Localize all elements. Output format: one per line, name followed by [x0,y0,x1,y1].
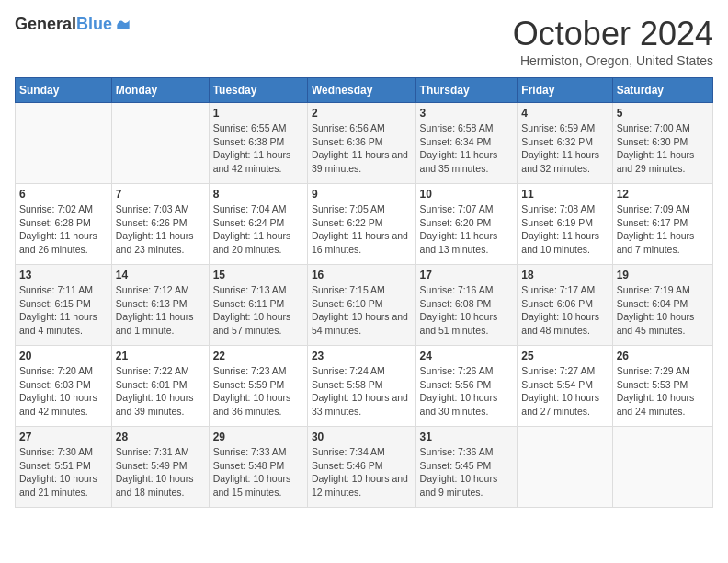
day-number: 26 [617,350,709,362]
calendar-header-friday: Friday [518,78,612,103]
day-info: Sunrise: 7:31 AMSunset: 5:49 PMDaylight:… [116,445,205,500]
day-info: Sunrise: 7:04 AMSunset: 6:24 PMDaylight:… [213,202,303,257]
day-info: Sunrise: 6:56 AMSunset: 6:36 PMDaylight:… [312,121,412,176]
calendar-cell: 11Sunrise: 7:08 AMSunset: 6:19 PMDayligh… [518,184,612,265]
day-number: 11 [521,188,608,201]
day-number: 9 [312,188,412,201]
calendar-cell [111,103,209,184]
calendar-cell: 5Sunrise: 7:00 AMSunset: 6:30 PMDaylight… [612,103,712,184]
day-number: 13 [19,269,108,282]
calendar-cell: 8Sunrise: 7:04 AMSunset: 6:24 PMDaylight… [209,184,307,265]
day-info: Sunrise: 7:02 AMSunset: 6:28 PMDaylight:… [19,202,108,257]
day-number: 8 [213,188,303,201]
day-info: Sunrise: 7:16 AMSunset: 6:08 PMDaylight:… [420,283,514,338]
day-number: 1 [213,107,303,120]
calendar-header-wednesday: Wednesday [307,78,415,103]
calendar-cell: 26Sunrise: 7:29 AMSunset: 5:53 PMDayligh… [612,346,712,427]
day-number: 31 [420,431,514,443]
page-title: October 2024 [513,15,713,53]
day-info: Sunrise: 7:17 AMSunset: 6:06 PMDaylight:… [521,283,608,338]
day-info: Sunrise: 7:09 AMSunset: 6:17 PMDaylight:… [617,202,709,257]
calendar-cell: 9Sunrise: 7:05 AMSunset: 6:22 PMDaylight… [307,184,415,265]
day-number: 28 [116,431,205,443]
calendar-header-sunday: Sunday [16,78,112,103]
calendar-table: SundayMondayTuesdayWednesdayThursdayFrid… [15,77,713,508]
day-number: 7 [116,188,205,201]
calendar-cell: 15Sunrise: 7:13 AMSunset: 6:11 PMDayligh… [209,265,307,346]
calendar-cell: 22Sunrise: 7:23 AMSunset: 5:59 PMDayligh… [209,346,307,427]
calendar-cell: 7Sunrise: 7:03 AMSunset: 6:26 PMDaylight… [111,184,209,265]
day-number: 17 [420,269,514,282]
calendar-week-row: 1Sunrise: 6:55 AMSunset: 6:38 PMDaylight… [16,103,713,184]
day-info: Sunrise: 7:20 AMSunset: 6:03 PMDaylight:… [19,364,108,419]
calendar-cell: 23Sunrise: 7:24 AMSunset: 5:58 PMDayligh… [307,346,415,427]
calendar-cell: 1Sunrise: 6:55 AMSunset: 6:38 PMDaylight… [209,103,307,184]
day-info: Sunrise: 6:55 AMSunset: 6:38 PMDaylight:… [213,121,303,176]
calendar-cell: 16Sunrise: 7:15 AMSunset: 6:10 PMDayligh… [307,265,415,346]
calendar-cell: 30Sunrise: 7:34 AMSunset: 5:46 PMDayligh… [307,427,415,508]
day-number: 16 [312,269,412,282]
title-section: October 2024 Hermiston, Oregon, United S… [513,15,713,68]
day-info: Sunrise: 7:34 AMSunset: 5:46 PMDaylight:… [312,445,412,500]
logo: GeneralBlue [15,15,132,35]
calendar-header-thursday: Thursday [415,78,518,103]
day-info: Sunrise: 7:13 AMSunset: 6:11 PMDaylight:… [213,283,303,338]
day-number: 21 [116,350,205,362]
day-info: Sunrise: 7:36 AMSunset: 5:45 PMDaylight:… [420,445,514,500]
day-info: Sunrise: 7:26 AMSunset: 5:56 PMDaylight:… [420,364,514,419]
calendar-header-monday: Monday [111,78,209,103]
calendar-cell: 13Sunrise: 7:11 AMSunset: 6:15 PMDayligh… [16,265,112,346]
day-number: 18 [521,269,608,282]
day-number: 20 [19,350,108,362]
day-info: Sunrise: 7:03 AMSunset: 6:26 PMDaylight:… [116,202,205,257]
calendar-cell: 18Sunrise: 7:17 AMSunset: 6:06 PMDayligh… [518,265,612,346]
calendar-week-row: 27Sunrise: 7:30 AMSunset: 5:51 PMDayligh… [16,427,713,508]
calendar-cell: 14Sunrise: 7:12 AMSunset: 6:13 PMDayligh… [111,265,209,346]
day-info: Sunrise: 7:27 AMSunset: 5:54 PMDaylight:… [521,364,608,419]
day-info: Sunrise: 7:24 AMSunset: 5:58 PMDaylight:… [312,364,412,419]
day-info: Sunrise: 7:08 AMSunset: 6:19 PMDaylight:… [521,202,608,257]
day-number: 25 [521,350,608,362]
calendar-cell: 19Sunrise: 7:19 AMSunset: 6:04 PMDayligh… [612,265,712,346]
day-number: 30 [312,431,412,443]
day-info: Sunrise: 7:12 AMSunset: 6:13 PMDaylight:… [116,283,205,338]
calendar-cell: 24Sunrise: 7:26 AMSunset: 5:56 PMDayligh… [415,346,518,427]
calendar-cell: 3Sunrise: 6:58 AMSunset: 6:34 PMDaylight… [415,103,518,184]
calendar-cell: 20Sunrise: 7:20 AMSunset: 6:03 PMDayligh… [16,346,112,427]
day-number: 24 [420,350,514,362]
day-number: 6 [19,188,108,201]
day-info: Sunrise: 7:07 AMSunset: 6:20 PMDaylight:… [420,202,514,257]
calendar-cell: 10Sunrise: 7:07 AMSunset: 6:20 PMDayligh… [415,184,518,265]
day-number: 3 [420,107,514,120]
day-info: Sunrise: 7:33 AMSunset: 5:48 PMDaylight:… [213,445,303,500]
calendar-header-row: SundayMondayTuesdayWednesdayThursdayFrid… [16,78,713,103]
calendar-cell: 6Sunrise: 7:02 AMSunset: 6:28 PMDaylight… [16,184,112,265]
calendar-cell: 25Sunrise: 7:27 AMSunset: 5:54 PMDayligh… [518,346,612,427]
day-number: 2 [312,107,412,120]
day-info: Sunrise: 6:59 AMSunset: 6:32 PMDaylight:… [521,121,608,176]
calendar-cell [16,103,112,184]
calendar-cell: 21Sunrise: 7:22 AMSunset: 6:01 PMDayligh… [111,346,209,427]
calendar-cell: 31Sunrise: 7:36 AMSunset: 5:45 PMDayligh… [415,427,518,508]
day-number: 23 [312,350,412,362]
day-number: 4 [521,107,608,120]
calendar-week-row: 13Sunrise: 7:11 AMSunset: 6:15 PMDayligh… [16,265,713,346]
day-info: Sunrise: 7:30 AMSunset: 5:51 PMDaylight:… [19,445,108,500]
day-number: 27 [19,431,108,443]
calendar-header-saturday: Saturday [612,78,712,103]
day-number: 15 [213,269,303,282]
calendar-week-row: 20Sunrise: 7:20 AMSunset: 6:03 PMDayligh… [16,346,713,427]
logo-text: GeneralBlue [15,15,112,35]
page-subtitle: Hermiston, Oregon, United States [513,53,713,68]
calendar-cell: 29Sunrise: 7:33 AMSunset: 5:48 PMDayligh… [209,427,307,508]
calendar-cell: 28Sunrise: 7:31 AMSunset: 5:49 PMDayligh… [111,427,209,508]
day-number: 14 [116,269,205,282]
day-number: 5 [617,107,709,120]
day-number: 12 [617,188,709,201]
day-info: Sunrise: 7:19 AMSunset: 6:04 PMDaylight:… [617,283,709,338]
day-number: 10 [420,188,514,201]
day-info: Sunrise: 7:00 AMSunset: 6:30 PMDaylight:… [617,121,709,176]
header: GeneralBlue October 2024 Hermiston, Oreg… [15,15,713,68]
calendar-cell: 12Sunrise: 7:09 AMSunset: 6:17 PMDayligh… [612,184,712,265]
day-info: Sunrise: 7:29 AMSunset: 5:53 PMDaylight:… [617,364,709,419]
